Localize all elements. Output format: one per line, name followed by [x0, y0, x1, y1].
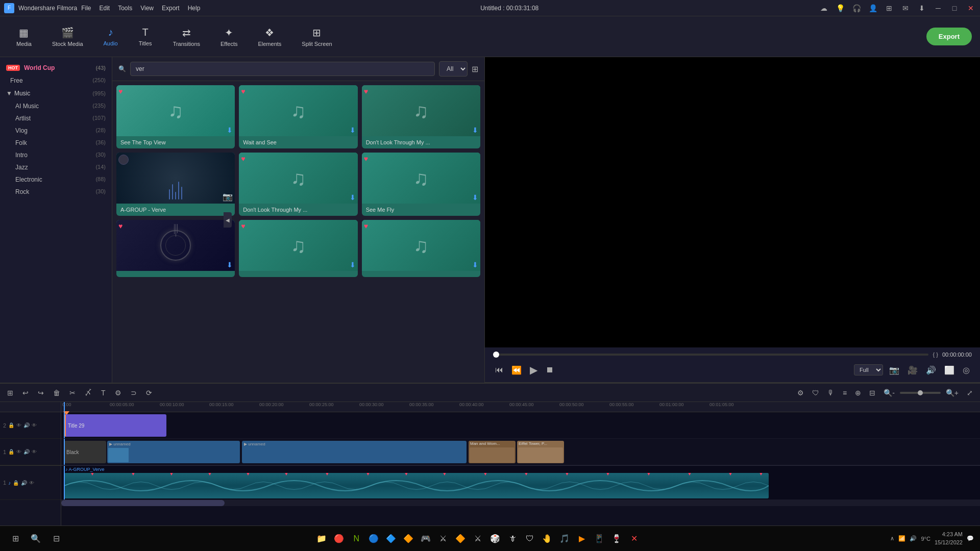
redo-button[interactable]: ↪	[35, 387, 47, 399]
sidebar-item-music[interactable]: ▼ Music (995)	[0, 87, 112, 100]
taskbar-app-explorer[interactable]: 📁	[313, 531, 330, 547]
mixer-icon[interactable]: ≡	[840, 387, 850, 399]
sidebar-item-intro[interactable]: Intro (30)	[0, 149, 112, 161]
sidebar-item-electronic[interactable]: Electronic (88)	[0, 173, 112, 186]
start-button[interactable]: ⊞	[6, 530, 24, 548]
download-icon[interactable]: ⬇	[227, 126, 233, 134]
taskbar-app-sword2[interactable]: ⚔	[470, 531, 486, 547]
sidebar-item-free[interactable]: Free (250)	[0, 74, 112, 87]
grid-toggle-button[interactable]: ⊞	[472, 64, 478, 74]
track-eye-button[interactable]: 👁	[16, 422, 21, 428]
maximize-button[interactable]: □	[949, 4, 960, 12]
toolbar-elements[interactable]: ❖ Elements	[250, 22, 289, 51]
minimize-button[interactable]: ─	[933, 4, 943, 12]
grid-icon[interactable]: ⊞	[884, 4, 894, 12]
audio-card-see-top-view[interactable]: ♥ ♫ ⬇ See The Top View	[116, 85, 235, 148]
close-button[interactable]: ✕	[966, 4, 976, 12]
taskbar-app-firefox[interactable]: 🔴	[331, 531, 347, 547]
taskbar-network-icon[interactable]: 📶	[898, 535, 905, 542]
mail-icon[interactable]: ✉	[900, 4, 911, 12]
track-hide-button[interactable]: 👁	[29, 480, 34, 486]
taskbar-app-spotify[interactable]: 🎵	[556, 531, 573, 547]
bulb-icon[interactable]: 💡	[835, 4, 845, 12]
track-speaker-button[interactable]: 🔊	[23, 422, 30, 428]
preview-seekbar[interactable]	[493, 354, 928, 356]
audio-card-wait-and-see[interactable]: ♥ ♫ ⬇ Wait and See	[239, 85, 357, 148]
timeline-clip-eiffel[interactable]: Eiffel Tower, P...	[517, 441, 564, 463]
avatar-icon[interactable]: 👤	[868, 4, 878, 12]
download-icon[interactable]: ⬇	[227, 261, 233, 269]
step-back-button[interactable]: ⏮	[493, 363, 505, 377]
notification-icon[interactable]: 💬	[967, 535, 974, 542]
taskbar-app-nvidia[interactable]: N	[348, 531, 364, 547]
audio-wave-clip[interactable]: ▼ ▼ ▼ ▼ ▼ ▼ ▼ ▼ ▼ ▼ ▼ ▼	[64, 473, 769, 498]
taskbar-app-phone[interactable]: 📱	[591, 531, 607, 547]
download-icon[interactable]: ⬇	[350, 193, 356, 202]
play-back-button[interactable]: ⏪	[509, 363, 524, 377]
cloud-icon[interactable]: ☁	[819, 4, 829, 12]
blade-button[interactable]: 〆	[82, 386, 95, 399]
toolbar-effects[interactable]: ✦ Effects	[212, 22, 246, 51]
taskbar-app-hand[interactable]: 🤚	[539, 531, 555, 547]
color-tool[interactable]: ⚙	[112, 387, 125, 399]
download-icon[interactable]: ⬇	[350, 126, 356, 134]
taskbar-app-store[interactable]: 🔷	[383, 531, 399, 547]
track-lock-button[interactable]: 🔒	[13, 480, 19, 486]
download-icon[interactable]: ⬇	[472, 261, 478, 269]
download-icon[interactable]: ⬇	[472, 193, 478, 202]
taskbar-app-wine[interactable]: 🍷	[608, 531, 625, 547]
audio-card-9[interactable]: ♥ ♫ ⬇	[362, 220, 480, 277]
track-speaker-button[interactable]: 🔊	[21, 480, 27, 486]
audio-tool[interactable]: ⊃	[128, 387, 140, 399]
volume-button[interactable]: 🔊	[924, 363, 938, 377]
timeline-clip-unnamed1[interactable]: ▶ unnamed	[107, 441, 240, 463]
settings-button[interactable]: ◎	[961, 363, 972, 377]
track-speaker-button[interactable]: 🔊	[23, 449, 30, 455]
undo-button[interactable]: ↩	[19, 387, 32, 399]
collapse-arrow[interactable]: ◀	[224, 212, 232, 228]
sidebar-item-jazz[interactable]: Jazz (14)	[0, 161, 112, 173]
stop-button[interactable]: ⏹	[544, 363, 556, 377]
speed-tool[interactable]: ⟳	[143, 387, 155, 399]
menu-edit[interactable]: Edit	[100, 5, 110, 12]
camera-button[interactable]: 🎥	[905, 363, 920, 377]
delete-button[interactable]: 🗑	[50, 387, 63, 399]
menu-export[interactable]: Export	[162, 5, 180, 12]
timeline-clip-black[interactable]: Black	[64, 441, 106, 463]
audio-card-dont-look-through-2[interactable]: ♥ ♫ ⬇ Don't Look Through My ...	[239, 153, 357, 216]
download-icon[interactable]: ⬇	[917, 4, 927, 12]
taskbar-clock[interactable]: 4:23 AM 15/12/2022	[935, 531, 963, 546]
add-segment-button[interactable]: ⊕	[852, 387, 864, 399]
toolbar-titles[interactable]: T Titles	[130, 22, 161, 51]
play-button[interactable]: ▶	[528, 362, 540, 378]
track-hide-button[interactable]: 👁	[32, 422, 37, 428]
cut-button[interactable]: ✂	[66, 387, 79, 399]
sidebar-item-vlog[interactable]: Vlog (28)	[0, 124, 112, 137]
export-button[interactable]: Export	[926, 28, 972, 45]
taskbar-app-filmora[interactable]: ✕	[626, 531, 642, 547]
taskbar-app-sword3[interactable]: 🗡	[504, 531, 521, 547]
add-track-button[interactable]: ⊞	[4, 387, 16, 399]
fullscreen-timeline-button[interactable]: ⤢	[964, 387, 976, 399]
task-view-button[interactable]: ⊟	[47, 530, 65, 548]
sidebar-item-ai-music[interactable]: AI Music (235)	[0, 100, 112, 112]
menu-view[interactable]: View	[140, 5, 154, 12]
sidebar-item-world-cup[interactable]: HOT World Cup (43)	[0, 61, 112, 74]
settings-icon[interactable]: ⚙	[794, 387, 807, 399]
taskbar-app-chrome[interactable]: 🔵	[365, 531, 382, 547]
toolbar-split-screen[interactable]: ⊞ Split Screen	[293, 22, 340, 51]
search-taskbar-button[interactable]: 🔍	[27, 530, 45, 548]
timeline-clip-man-women[interactable]: Man and Wom...	[469, 441, 516, 463]
taskbar-app-another[interactable]: 🔶	[452, 531, 469, 547]
screenshot-button[interactable]: 📷	[887, 363, 901, 377]
toolbar-stock-media[interactable]: 🎬 Stock Media	[44, 22, 91, 51]
toolbar-media[interactable]: ▦ Media	[8, 22, 40, 51]
split-icon[interactable]: ⊟	[866, 387, 878, 399]
sidebar-item-folk[interactable]: Folk (36)	[0, 137, 112, 149]
taskbar-app-dice[interactable]: 🎲	[487, 531, 503, 547]
taskbar-app-bluestacks[interactable]: 🔶	[400, 531, 416, 547]
track-lock-button[interactable]: 🔒	[8, 422, 14, 428]
text-tool[interactable]: T	[98, 387, 109, 399]
menu-file[interactable]: File	[81, 5, 91, 12]
sidebar-item-rock[interactable]: Rock (30)	[0, 186, 112, 198]
